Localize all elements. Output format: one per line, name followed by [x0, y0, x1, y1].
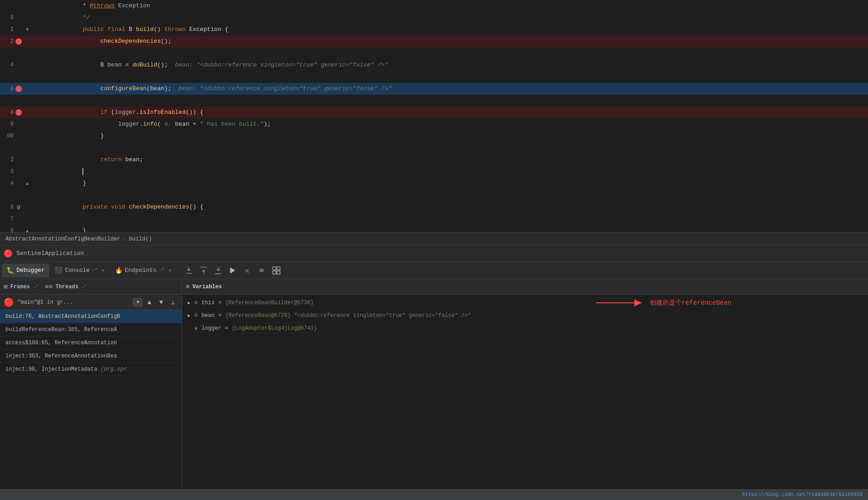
threads-label: Threads	[56, 284, 78, 290]
frames-list: build:76, AbstractAnnotationConfigB buil…	[0, 310, 182, 500]
line-gutter: 7	[0, 216, 35, 222]
settings-button[interactable]: ⚙	[255, 264, 268, 277]
line-gutter	[0, 97, 35, 104]
fold-icon[interactable]: ▲	[25, 228, 30, 232]
frames-panel-header: ⊞ Frames →* ≡≡ Threads →*	[0, 279, 182, 295]
breakpoint-indicator	[15, 86, 22, 92]
line-gutter	[0, 192, 35, 199]
line-gutter: 2	[0, 157, 35, 163]
frames-arrow: →*	[33, 284, 39, 290]
debug-app-name: SentinelApplication	[16, 250, 84, 257]
code-line: 6 @ private void checkDependencies() {	[0, 201, 868, 213]
status-url[interactable]: https://blog.csdn.net/Y18630246793194530	[742, 492, 863, 497]
variable-bean[interactable]: ▶ ≡ bean = {ReferenceBean@6726} "<dubbo:…	[182, 309, 868, 322]
annotation-arrow	[592, 296, 646, 310]
line-gutter	[0, 50, 35, 56]
line-gutter: 2	[0, 38, 35, 45]
breadcrumb-bar: AbstractAnnotationConfigBeanBuilder › bu…	[0, 232, 868, 245]
frame-item[interactable]: access$100:65, ReferenceAnnotation	[0, 337, 182, 350]
line-gutter	[0, 145, 35, 151]
line-gutter: 6 @	[0, 204, 35, 210]
thread-prev-btn[interactable]: ▲	[144, 297, 154, 307]
frames-panel: ⊞ Frames →* ≡≡ Threads →* 🔴 "main"@1 in …	[0, 279, 182, 500]
variables-list: ▶ ≡ this = {ReferenceBeanBuilder@6736}	[182, 295, 868, 500]
thread-filter-btn[interactable]: ⊥	[168, 297, 178, 307]
thread-dropdown[interactable]: ▼	[133, 298, 143, 306]
line-gutter: 9	[0, 15, 35, 21]
debug-panels: ⊞ Frames →* ≡≡ Threads →* 🔴 "main"@1 in …	[0, 279, 868, 500]
var-type-icon: ⚡	[194, 325, 198, 332]
variables-header: ≡ Variables	[182, 279, 868, 295]
svg-rect-3	[277, 271, 280, 274]
annotation-area: 创建的是个referenceBean	[592, 296, 731, 310]
debug-tabs-area: 🔴 SentinelApplication 🐛 Debugger ⬛ Conso…	[0, 245, 868, 500]
line-gutter: 00	[0, 133, 35, 139]
code-lines: * @throws Exception 9 */ 1 ▼ public	[0, 0, 868, 232]
line-gutter: 8	[0, 109, 35, 116]
frame-item[interactable]: build:76, AbstractAnnotationConfigB	[0, 310, 182, 323]
svg-rect-1	[277, 267, 280, 270]
tab-endpoints-label: Endpoints	[125, 267, 157, 274]
line-gutter	[0, 74, 35, 80]
step-over-button[interactable]	[183, 264, 195, 277]
step-into-button[interactable]	[197, 264, 210, 277]
annotation-text: 创建的是个referenceBean	[650, 299, 731, 307]
variables-panel: ≡ Variables ▶ ≡ this = {ReferenceBeanBui…	[182, 279, 868, 500]
frame-item[interactable]: inject:90, InjectionMetadata (org.spr	[0, 363, 182, 376]
debug-tab-bar: 🐛 Debugger ⬛ Console →* ✕ 🔥 Endpoints →*…	[0, 262, 868, 279]
breakpoint-indicator	[15, 38, 22, 45]
fold-icon[interactable]: ▲	[25, 181, 30, 186]
run-to-cursor-button[interactable]	[226, 264, 239, 277]
threads-icon: ≡≡	[45, 283, 53, 291]
tab-debugger[interactable]: 🐛 Debugger	[2, 264, 49, 277]
line-gutter	[0, 3, 35, 9]
thread-selector: 🔴 "main"@1 in gr... ▼ ▲ ▼ ⊥	[0, 295, 182, 310]
tab-console[interactable]: ⬛ Console →* ✕	[50, 264, 109, 277]
frames-icon: ⊞	[4, 283, 7, 291]
evaluate-button[interactable]: ✕	[241, 264, 254, 277]
breadcrumb-class[interactable]: AbstractAnnotationConfigBeanBuilder	[5, 236, 120, 242]
thread-next-btn[interactable]: ▼	[156, 297, 166, 307]
expand-icon[interactable]: ▶	[186, 312, 192, 319]
thread-status-icon: 🔴	[4, 297, 14, 307]
line-gutter: 8 ▲	[0, 228, 35, 232]
breadcrumb-separator: ›	[123, 236, 126, 242]
frames-label: Frames	[10, 284, 30, 290]
expand-icon[interactable]: ▶	[186, 300, 192, 306]
debug-toolbar: ✕ ⚙	[183, 264, 283, 277]
line-gutter: 4	[0, 62, 35, 68]
debug-app-icon: 🔴	[4, 249, 13, 258]
frame-item[interactable]: buildReferenceBean:385, ReferenceA	[0, 323, 182, 337]
code-line: 4 ▲ }	[0, 178, 868, 189]
endpoints-close-icon[interactable]: ✕	[168, 267, 172, 273]
variable-this[interactable]: ▶ ≡ this = {ReferenceBeanBuilder@6736}	[182, 296, 868, 309]
breakpoint-indicator	[15, 109, 22, 116]
code-editor: * @throws Exception 9 */ 1 ▼ public	[0, 0, 868, 232]
code-line: 4 B bean = doBuild(); bean: "<dubbo:refe…	[0, 59, 868, 71]
step-out-button[interactable]	[212, 264, 225, 277]
variables-icon: ≡	[186, 283, 189, 291]
tab-endpoints[interactable]: 🔥 Endpoints →* ✕	[110, 264, 176, 277]
var-type-icon: ≡	[194, 299, 198, 306]
variable-logger[interactable]: ▶ ⚡ logger = {LogAdapter$Log4jLog@6741}	[182, 322, 868, 335]
code-line: 00 }	[0, 130, 868, 142]
console-pin-icon[interactable]: ✕	[102, 267, 105, 273]
svg-rect-2	[273, 271, 276, 274]
line-gutter: 4 ▲	[0, 180, 35, 187]
grid-view-button[interactable]	[270, 264, 283, 277]
svg-rect-0	[273, 267, 276, 270]
debug-app-bar: 🔴 SentinelApplication	[0, 245, 868, 262]
console-icon: ⬛	[55, 266, 62, 274]
status-bar: https://blog.csdn.net/Y18630246793194530	[0, 489, 868, 500]
variables-label: Variables	[192, 284, 222, 290]
code-line: 8 ▲ }	[0, 225, 868, 232]
breadcrumb-method[interactable]: build()	[129, 236, 152, 242]
line-gutter: 1 ▼	[0, 26, 35, 33]
endpoints-icon: 🔥	[115, 266, 123, 274]
code-content: }	[35, 213, 868, 232]
frame-item[interactable]: inject:363, ReferenceAnnotationBea	[0, 350, 182, 363]
var-type-icon: ≡	[194, 312, 198, 319]
tab-debugger-label: Debugger	[16, 267, 45, 274]
fold-icon[interactable]: ▼	[25, 27, 30, 32]
code-line-active: 6 configureBean(bean); bean: "<dubbo:ref…	[0, 83, 868, 95]
